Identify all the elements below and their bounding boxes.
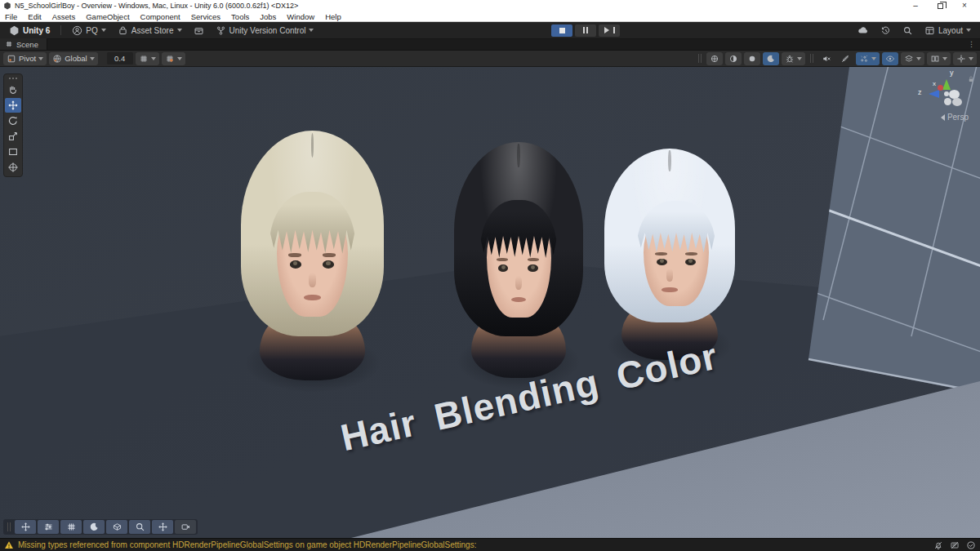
background-tasks-check-icon[interactable]: [966, 540, 976, 550]
menu-gameobject[interactable]: GameObject: [86, 12, 129, 21]
head-white-hair[interactable]: [604, 149, 735, 356]
debug-dropdown[interactable]: [782, 52, 805, 65]
rotate-tool[interactable]: [5, 113, 21, 128]
handle-rotation-dropdown[interactable]: Global: [49, 52, 97, 65]
menu-help[interactable]: Help: [325, 12, 341, 21]
head-black-hair[interactable]: [454, 142, 583, 373]
pause-button[interactable]: [575, 24, 596, 37]
scene-visibility-toggle[interactable]: [882, 52, 898, 65]
skybox-toggle[interactable]: [744, 52, 760, 65]
unity-app-icon: [3, 2, 11, 10]
projection-arrow-icon: [938, 114, 945, 121]
account-dropdown[interactable]: PQ: [68, 24, 109, 38]
menu-services[interactable]: Services: [191, 12, 220, 21]
overlay-grip[interactable]: [7, 522, 11, 531]
menu-tools[interactable]: Tools: [231, 12, 249, 21]
grid-icon: [139, 54, 149, 64]
unity-hub-button[interactable]: Unity 6: [5, 24, 54, 38]
restore-icon: [938, 3, 943, 9]
menu-jobs[interactable]: Jobs: [260, 12, 276, 21]
axis-z-cone[interactable]: [924, 90, 939, 98]
effects-dropdown[interactable]: [856, 52, 880, 65]
undo-history-button[interactable]: [876, 24, 895, 38]
package-manager-button[interactable]: [189, 24, 208, 38]
console-warning-message[interactable]: Missing types referenced from component …: [18, 540, 476, 549]
view-hand-tool[interactable]: [5, 82, 21, 97]
chevron-down-icon: [101, 29, 106, 34]
edit-disabled-toggle[interactable]: [837, 52, 853, 65]
snap-increment-field[interactable]: 0.4: [107, 52, 133, 64]
menu-assets[interactable]: Assets: [52, 12, 76, 21]
history-icon: [880, 25, 891, 36]
fog-toggle[interactable]: [763, 52, 779, 65]
eye-icon: [885, 54, 895, 64]
bug-icon: [785, 54, 795, 64]
search-button[interactable]: [898, 24, 917, 38]
scale-tool[interactable]: [5, 129, 21, 144]
overlay-move-button[interactable]: [15, 520, 36, 534]
head-blonde-hair[interactable]: [241, 131, 384, 375]
overlay-prism-button[interactable]: [106, 520, 127, 534]
menu-file[interactable]: File: [5, 12, 17, 21]
axis-cone[interactable]: [952, 98, 962, 106]
version-control-dropdown[interactable]: Unity Version Control: [212, 24, 318, 38]
warning-icon: [4, 540, 14, 550]
lighting-toggle[interactable]: [725, 52, 742, 65]
restore-button[interactable]: [928, 0, 952, 11]
audio-muted-icon: [822, 54, 831, 64]
pivot-mode-dropdown[interactable]: Pivot: [3, 52, 47, 65]
axis-y-cone[interactable]: [942, 75, 951, 90]
scene-view-canvas[interactable]: Hair Blending Color y z x Per: [0, 67, 980, 538]
overlay-search-button[interactable]: [129, 520, 150, 534]
overlay-grip[interactable]: [8, 77, 18, 80]
menu-component[interactable]: Component: [140, 12, 180, 21]
play-button[interactable]: [551, 24, 572, 37]
viewport-lock-icon[interactable]: [967, 75, 975, 83]
main-toolbar: Unity 6 PQ Asset Store Unity Version Con…: [0, 22, 980, 39]
axis-x-label: x: [933, 80, 936, 87]
gizmos-dropdown[interactable]: [953, 52, 977, 65]
stop-icon: [559, 28, 565, 33]
step-button[interactable]: [599, 24, 620, 37]
tab-options-kebab[interactable]: ⋮: [968, 40, 975, 48]
grid-visibility-dropdown[interactable]: [136, 52, 159, 65]
toolbar-grip: [810, 54, 813, 63]
close-button[interactable]: ×: [952, 0, 977, 11]
layers-dropdown[interactable]: [901, 52, 924, 65]
rect-tool[interactable]: [5, 144, 21, 159]
chevron-down-icon: [797, 57, 802, 63]
window-titlebar: N5_SchoolGirlBoy - Overview - Windows, M…: [0, 0, 980, 11]
menu-edit[interactable]: Edit: [28, 12, 41, 21]
transform-tool[interactable]: [5, 160, 21, 175]
overlay-lighting-button[interactable]: [83, 520, 105, 534]
window-title: N5_SchoolGirlBoy - Overview - Windows, M…: [15, 2, 298, 10]
camera-view-dropdown[interactable]: [927, 52, 951, 65]
asset-store-dropdown[interactable]: Asset Store: [114, 24, 186, 38]
layers-icon: [904, 54, 914, 64]
menu-window[interactable]: Window: [287, 12, 314, 21]
layout-dropdown[interactable]: Layout: [920, 24, 975, 38]
grid-snap-dropdown[interactable]: [162, 52, 185, 65]
pivot-icon: [7, 54, 16, 64]
minimize-button[interactable]: –: [903, 0, 928, 11]
gizmo-center[interactable]: [944, 91, 949, 96]
overlay-transform-button[interactable]: [152, 520, 173, 534]
console-muted-icon[interactable]: [950, 540, 960, 550]
audio-mute-toggle[interactable]: [818, 52, 835, 65]
gizmo-icon: [956, 54, 966, 64]
projection-mode-button[interactable]: Persp: [938, 113, 969, 122]
scene-view-toolbar: Pivot Global 0.4: [0, 51, 980, 67]
tab-scene[interactable]: Scene: [0, 38, 47, 50]
overlay-camera-button[interactable]: [175, 520, 196, 534]
move-tool[interactable]: [5, 98, 21, 113]
overlay-grid-button[interactable]: [60, 520, 82, 534]
cloud-button[interactable]: [853, 23, 873, 38]
asset-store-icon: [118, 25, 128, 36]
axis-x-cone[interactable]: [938, 85, 943, 91]
draw-mode-toggle[interactable]: [706, 52, 723, 65]
notifications-muted-icon[interactable]: [933, 540, 943, 550]
chevron-down-icon: [942, 57, 947, 63]
axis-cone[interactable]: [944, 98, 951, 105]
play-mode-controls: [318, 24, 853, 37]
overlay-view-options-button[interactable]: [38, 520, 59, 534]
